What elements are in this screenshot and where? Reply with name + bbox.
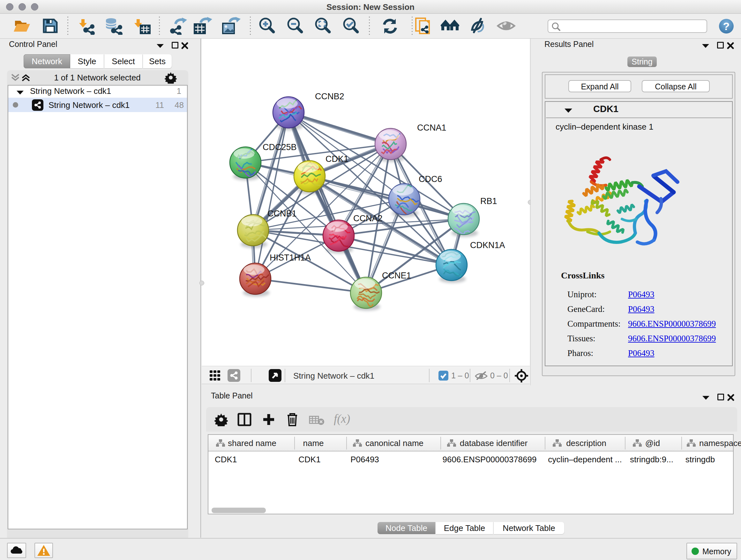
svg-text:CCNB2: CCNB2: [315, 91, 344, 101]
svg-text:CCNB1: CCNB1: [267, 209, 297, 219]
svg-text:CDC25B: CDC25B: [263, 142, 297, 152]
svg-text:CDKN1A: CDKN1A: [470, 240, 505, 250]
svg-text:RB1: RB1: [480, 196, 497, 206]
svg-text:?: ?: [723, 20, 730, 32]
svg-text:CDK1: CDK1: [326, 154, 348, 164]
svg-text:CCNA2: CCNA2: [353, 213, 383, 223]
svg-text:HIST1H1A: HIST1H1A: [270, 253, 311, 262]
svg-text:CCNA1: CCNA1: [417, 123, 447, 132]
svg-text:CCNE1: CCNE1: [382, 271, 411, 280]
svg-text:CDC6: CDC6: [419, 174, 442, 184]
